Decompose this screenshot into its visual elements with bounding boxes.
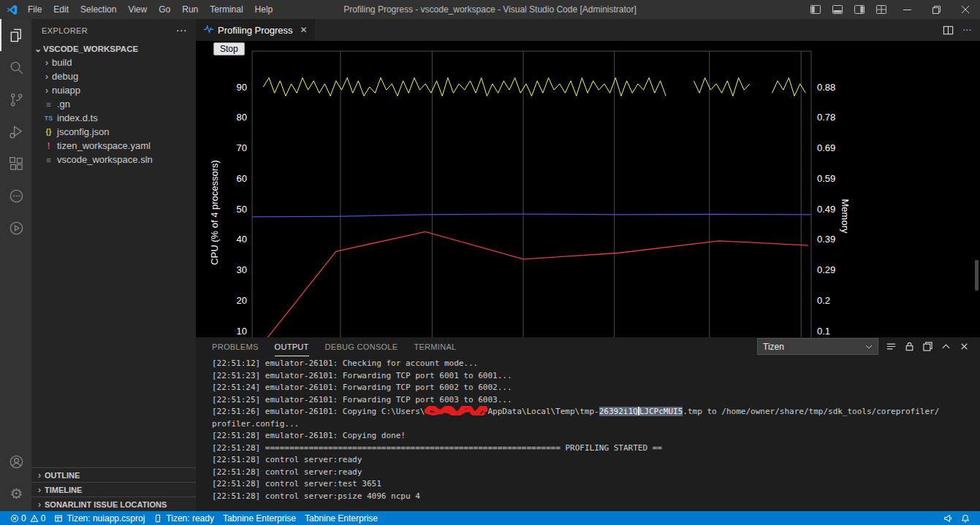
menu-selection[interactable]: Selection (75, 0, 122, 19)
txt-file-icon: ≡ (43, 100, 54, 109)
panel-tab-debug-console[interactable]: DEBUG CONSOLE (325, 337, 398, 356)
tizen-project-status[interactable]: Tizen: nuiapp.csproj (50, 511, 149, 525)
menu-run[interactable]: Run (176, 0, 204, 19)
ts-file-icon: TS (43, 115, 54, 122)
tabnine-status-1[interactable]: Tabnine Enterprise (219, 511, 300, 525)
maximize-panel-chevron-icon[interactable] (941, 341, 951, 352)
toggle-secondary-sidebar-icon[interactable] (848, 0, 870, 19)
output-line: [22:51:28] control server:psize 4096 ncp… (212, 491, 980, 503)
output-console[interactable]: [22:51:12] emulator-26101: Checking for … (196, 356, 980, 511)
megaphone-icon (943, 514, 952, 523)
editor-scrollbar-thumb[interactable] (975, 260, 979, 291)
minimize-button[interactable] (892, 0, 922, 19)
chevron-right-icon: › (34, 470, 45, 480)
menu-view[interactable]: View (122, 0, 153, 19)
svg-text:60: 60 (237, 173, 247, 184)
menu-help[interactable]: Help (249, 0, 279, 19)
profiling-chart: 900.88800.78700.69600.59500.49400.39300.… (196, 41, 980, 337)
section-sonarlint-issue-locations[interactable]: ›SONARLINT ISSUE LOCATIONS (31, 497, 196, 511)
tree-item-jsconfig-json[interactable]: {}jsconfig.json (31, 125, 196, 139)
title-bar: FileEditSelectionViewGoRunTerminalHelp P… (0, 0, 980, 19)
tree-item-tizen-workspace-yaml[interactable]: !tizen_workspace.yaml (31, 139, 196, 153)
svg-text:90: 90 (237, 82, 247, 93)
bell-icon (961, 514, 970, 523)
output-line: profiler.config... (212, 418, 980, 431)
error-count: 0 (21, 513, 26, 524)
svg-text:0.1: 0.1 (817, 326, 830, 337)
tree-item-debug[interactable]: ›debug (31, 69, 196, 83)
output-line: [22:51:26] emulator-26101: Copying C:\Us… (212, 406, 980, 418)
output-channel-select[interactable]: Tizen (757, 338, 878, 355)
tabnine-status-2[interactable]: Tabnine Enterprise (300, 511, 382, 525)
error-icon (10, 514, 19, 523)
menu-terminal[interactable]: Terminal (204, 0, 248, 19)
settings-icon[interactable]: ⚙ (0, 478, 31, 510)
output-line: [22:51:12] emulator-26101: Checking for … (212, 358, 980, 370)
menu-edit[interactable]: Edit (48, 0, 75, 19)
split-editor-icon[interactable] (943, 25, 954, 36)
explorer-title: EXPLORER (42, 26, 88, 35)
workspace-root[interactable]: ⌄VSCODE_WORKSPACE (31, 42, 196, 55)
problems-status[interactable]: 0 0 (6, 511, 50, 525)
notifications-status[interactable] (957, 511, 974, 525)
run-debug-icon[interactable] (0, 115, 31, 147)
svg-text:80: 80 (237, 112, 247, 123)
panel-tab-output[interactable]: OUTPUT (275, 337, 309, 356)
output-lines-icon[interactable] (886, 341, 897, 352)
project-icon (54, 514, 63, 523)
svg-text:0.78: 0.78 (817, 112, 835, 123)
panel-tab-problems[interactable]: PROBLEMS (212, 337, 259, 356)
svg-text:Memory: Memory (840, 199, 851, 234)
profiling-webview: Stop 900.88800.78700.69600.59500.49400.3… (196, 41, 980, 337)
tree-item-gn[interactable]: ≡.gn (31, 97, 196, 111)
tree-item-build[interactable]: ›build (31, 55, 196, 69)
explorer-sidebar: EXPLORER ⋯ ⌄VSCODE_WORKSPACE›build›debug… (31, 19, 196, 511)
status-bar: 0 0 Tizen: nuiapp.csproj Tizen: ready Ta… (0, 511, 980, 525)
restore-button[interactable] (922, 0, 951, 19)
run-circle-icon[interactable] (0, 212, 31, 244)
svg-text:0.49: 0.49 (817, 204, 835, 215)
section-timeline[interactable]: ›TIMELINE (31, 482, 196, 497)
stop-button[interactable]: Stop (213, 42, 245, 55)
activity-bar: ⚙ (0, 19, 31, 511)
editor-more-actions-icon[interactable]: ⋯ (962, 25, 971, 35)
close-panel-icon[interactable] (959, 341, 970, 352)
feedback-status[interactable] (939, 511, 957, 525)
comments-icon[interactable] (0, 180, 31, 212)
yaml-file-icon: ! (43, 141, 54, 151)
toggle-panel-icon[interactable] (827, 0, 848, 19)
output-line: [22:51:28] emulator-26101: Copying done! (212, 430, 980, 442)
panel-tab-terminal[interactable]: TERMINAL (414, 337, 456, 356)
explorer-actions-icon[interactable]: ⋯ (176, 24, 187, 37)
extensions-icon[interactable] (0, 147, 31, 180)
tizen-ready-status[interactable]: Tizen: ready (149, 511, 219, 525)
tab-profiling-progress[interactable]: Profiling Progress ✕ (196, 19, 315, 41)
explorer-icon[interactable] (0, 19, 31, 51)
toggle-sidebar-icon[interactable] (805, 0, 827, 19)
tab-close-icon[interactable]: ✕ (300, 25, 308, 35)
svg-text:10: 10 (237, 326, 247, 337)
bottom-panel: PROBLEMSOUTPUTDEBUG CONSOLETERMINAL Tize… (196, 337, 980, 511)
section-outline[interactable]: ›OUTLINE (31, 467, 196, 482)
menu-bar: FileEditSelectionViewGoRunTerminalHelp (22, 0, 278, 19)
tree-item-nuiapp[interactable]: ›nuiapp (31, 83, 196, 97)
svg-text:30: 30 (237, 264, 247, 275)
source-control-icon[interactable] (0, 83, 31, 115)
menu-go[interactable]: Go (153, 0, 176, 19)
svg-text:40: 40 (237, 234, 247, 245)
split-panel-icon[interactable] (922, 341, 933, 352)
tree-item-index-d-ts[interactable]: TSindex.d.ts (31, 111, 196, 125)
svg-text:70: 70 (237, 142, 247, 153)
tree-item-vscode-workspace-sln[interactable]: ≡vscode_workspace.sln (31, 153, 196, 166)
output-channel-value: Tizen (763, 342, 784, 352)
account-icon[interactable] (0, 445, 31, 478)
menu-file[interactable]: File (22, 0, 48, 19)
output-line: [22:51:25] emulator-26101: Forwarding TC… (212, 394, 980, 407)
lock-scroll-icon[interactable] (904, 341, 915, 352)
chart-tab-icon (203, 23, 214, 37)
editor-tab-bar: Profiling Progress ✕ ⋯ (196, 19, 980, 41)
redaction-scribble (425, 406, 487, 415)
customize-layout-icon[interactable] (870, 0, 892, 19)
close-window-button[interactable] (951, 0, 980, 19)
search-icon[interactable] (0, 51, 31, 83)
